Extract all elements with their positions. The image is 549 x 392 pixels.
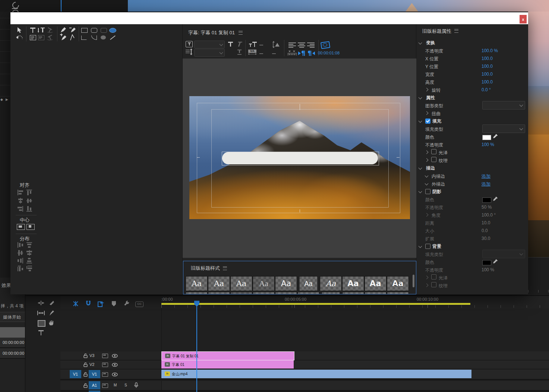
- twirl-shadow[interactable]: [419, 190, 422, 193]
- voiceover-mic-icon[interactable]: [133, 382, 139, 388]
- prop-value[interactable]: 100 %: [482, 142, 494, 147]
- hand-tool-icon[interactable]: [48, 320, 54, 326]
- center-horizontal-button[interactable]: [26, 224, 35, 230]
- align-right-button[interactable]: [18, 206, 24, 212]
- style-swatch[interactable]: Aa: [186, 292, 208, 294]
- fill-color-swatch[interactable]: [482, 135, 491, 140]
- rounded-rect-tool-selected[interactable]: [109, 28, 116, 33]
- keyframe-diamond-icon[interactable]: ◆: [0, 98, 3, 101]
- style-swatch[interactable]: Aa: [297, 292, 319, 294]
- twirl-rotation[interactable]: [425, 88, 429, 92]
- clip-v2[interactable]: fx 字幕 01: [161, 360, 294, 369]
- pen-tool-icon[interactable]: [60, 27, 67, 34]
- linked-selection-icon[interactable]: [98, 300, 104, 307]
- show-background-video-icon[interactable]: [321, 42, 329, 48]
- playhead-line[interactable]: [196, 302, 197, 392]
- sync-lock-icon[interactable]: [102, 354, 108, 358]
- effect-controls-playhead[interactable]: [61, 0, 61, 12]
- track-patch-a2-partial[interactable]: [89, 391, 100, 392]
- panel-menu-icon[interactable]: [454, 29, 458, 33]
- track-name-v3[interactable]: V3: [89, 353, 94, 358]
- column-media-start[interactable]: 媒体开始: [3, 314, 21, 320]
- path-text-tool-icon[interactable]: [47, 27, 54, 34]
- title-tab[interactable]: 字幕: 字幕 01 复制 01: [188, 29, 235, 36]
- type-tool-icon[interactable]: [38, 330, 44, 335]
- track-patch-v1[interactable]: V1: [89, 370, 100, 378]
- style-swatch[interactable]: Aa: [342, 276, 364, 291]
- line-shape-tool[interactable]: [110, 35, 116, 40]
- fx-badge[interactable]: fx: [165, 372, 170, 376]
- ruler-ticks[interactable]: [161, 305, 549, 308]
- style-swatch[interactable]: Aa: [208, 276, 230, 291]
- style-swatch[interactable]: Aa: [275, 276, 297, 291]
- twirl-transform[interactable]: [419, 41, 422, 45]
- prop-value[interactable]: 100.0: [482, 56, 493, 61]
- prop-value[interactable]: 100.0: [482, 64, 493, 69]
- ellipse-shape-tool[interactable]: [101, 35, 106, 39]
- distribute-horizontal-even-button[interactable]: [18, 266, 24, 271]
- dialog-titlebar[interactable]: [10, 12, 528, 24]
- texture-checkbox[interactable]: [431, 157, 436, 162]
- text-tool-icon[interactable]: [30, 27, 37, 34]
- prop-value[interactable]: 100.0: [482, 79, 493, 85]
- fx-badge[interactable]: fx: [165, 362, 170, 367]
- prop-value[interactable]: 0.0 °: [482, 87, 491, 92]
- roll-crawl-options-icon[interactable]: [186, 49, 192, 55]
- center-vertical-button[interactable]: [17, 224, 25, 230]
- add-anchor-pen-icon[interactable]: [60, 34, 67, 41]
- track-visibility-eye-icon[interactable]: [112, 363, 118, 367]
- font-family-select[interactable]: [194, 41, 225, 48]
- distribute-vertical-even-button[interactable]: [26, 266, 33, 271]
- distribute-top-button[interactable]: [26, 242, 33, 248]
- align-bottom-button[interactable]: [26, 206, 33, 212]
- shadow-color-swatch[interactable]: [482, 197, 491, 203]
- clip-v3[interactable]: fx 字幕 01 复制 01: [161, 351, 294, 360]
- fill-type-select[interactable]: [482, 124, 525, 133]
- work-area-bar[interactable]: [161, 303, 470, 305]
- source-patch-v1[interactable]: V1: [70, 370, 81, 378]
- style-swatch[interactable]: Aa: [208, 292, 230, 294]
- bold-button[interactable]: [228, 42, 233, 47]
- rotation-tool-icon[interactable]: [16, 35, 24, 41]
- style-swatch[interactable]: Aa: [320, 276, 342, 291]
- eyedropper-icon[interactable]: [493, 133, 498, 139]
- rounded-rectangle-shape-tool[interactable]: [91, 28, 97, 33]
- fx-badge[interactable]: fx: [165, 354, 170, 358]
- twirl-strokes[interactable]: [419, 166, 422, 170]
- tab-stops-icon[interactable]: [288, 51, 296, 56]
- distribute-left-button[interactable]: [18, 242, 24, 248]
- razor-tool-icon[interactable]: [48, 300, 54, 306]
- title-canvas[interactable]: [183, 59, 416, 258]
- dialog-close-button[interactable]: x: [520, 15, 527, 23]
- prop-value[interactable]: 100.0 %: [482, 48, 498, 53]
- vertical-area-text-tool-icon[interactable]: [38, 35, 45, 41]
- align-left-button[interactable]: [18, 190, 24, 195]
- arc-shape-tool[interactable]: [91, 35, 97, 40]
- style-swatch[interactable]: Aa: [342, 292, 364, 294]
- prop-value[interactable]: 100.0: [482, 72, 493, 77]
- style-swatch[interactable]: Aa: [230, 292, 252, 294]
- style-swatch[interactable]: Aa: [299, 276, 318, 291]
- twirl-sheen[interactable]: [425, 151, 429, 154]
- style-swatch[interactable]: Aa: [275, 292, 297, 294]
- twirl-distort[interactable]: [425, 111, 429, 115]
- twirl-bg-texture[interactable]: [425, 284, 429, 287]
- section-shadow[interactable]: 阴影: [432, 189, 441, 195]
- style-swatch[interactable]: Aa: [253, 276, 275, 291]
- background-video-timecode[interactable]: 00:00:01:08: [318, 51, 340, 55]
- type-ltr-icon[interactable]: [298, 51, 306, 56]
- twirl-bg-sheen[interactable]: [425, 276, 429, 279]
- distribute-right-button[interactable]: [18, 258, 24, 263]
- distribute-center-h-button[interactable]: [18, 250, 24, 256]
- timeline-settings-wrench-icon[interactable]: [123, 300, 130, 307]
- section-transform[interactable]: 变换: [426, 40, 435, 46]
- mute-button[interactable]: M: [114, 383, 117, 387]
- background-fill-type-select[interactable]: [482, 250, 525, 258]
- right-triangle-shape-tool[interactable]: [81, 35, 87, 40]
- nest-sequence-icon[interactable]: [73, 301, 79, 307]
- twirl-angle[interactable]: [425, 213, 429, 217]
- snap-magnet-icon[interactable]: [85, 300, 91, 307]
- type-rtl-icon[interactable]: [308, 51, 315, 56]
- clip-v1[interactable]: fx 金山.mp4: [161, 370, 471, 378]
- twirl-background[interactable]: [419, 244, 422, 248]
